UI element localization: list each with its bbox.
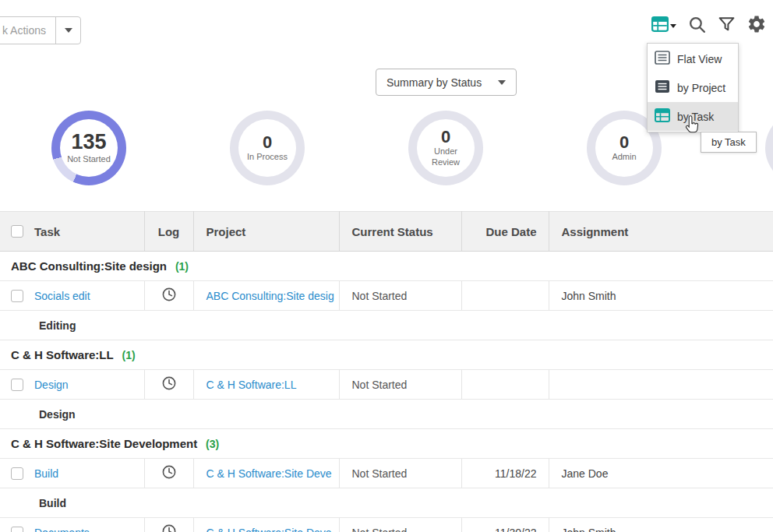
donut-label: Under Review (422, 146, 470, 168)
tasks-table: Task Log Project Current Status Due Date… (0, 211, 773, 532)
menu-item-label: Flat View (677, 53, 722, 65)
donut-label: Not Started (67, 154, 111, 165)
menu-item-flat-view[interactable]: Flat View (648, 44, 738, 73)
filter-funnel-icon (718, 16, 736, 37)
status-donut-in-process: 0 In Process (230, 111, 305, 185)
filter-button[interactable] (718, 16, 736, 37)
flat-view-icon (655, 51, 670, 67)
group-title: C & H Software:LL (11, 348, 114, 361)
project-link[interactable]: C & H Software:Site Deve (206, 467, 332, 480)
donut-value: 0 (619, 133, 629, 151)
task-row: Socials edit ABC Consulting:Site desig N… (0, 281, 773, 311)
task-cell: Socials edit (0, 281, 144, 311)
column-header-current-status[interactable]: Current Status (339, 212, 461, 252)
donut-label: In Process (247, 152, 288, 163)
view-by-task-icon (651, 16, 669, 35)
group-cell: C & H Software:Site Development (3) (0, 429, 773, 459)
status-donut-under-review: 0 Under Review (408, 111, 483, 185)
row-checkbox[interactable] (11, 379, 23, 391)
task-row: Design C & H Software:LL Not Started (0, 370, 773, 400)
group-cell: C & H Software:LL (1) (0, 340, 773, 370)
column-header-project[interactable]: Project (193, 212, 339, 252)
menu-item-by-project[interactable]: by Project (648, 73, 738, 102)
project-cell: C & H Software:Site Deve (193, 459, 339, 488)
summary-by-status-select[interactable]: Summary by Status (376, 69, 517, 96)
column-header-assignment[interactable]: Assignment (549, 212, 773, 252)
log-time-clock-icon[interactable] (161, 375, 177, 391)
toolbar-icons (651, 15, 767, 37)
group-row: C & H Software:LL (1) (0, 340, 773, 370)
search-button[interactable] (687, 15, 707, 37)
log-cell (144, 459, 193, 488)
settings-button[interactable] (747, 14, 767, 37)
project-link[interactable]: C & H Software:Site Deve (206, 527, 332, 532)
group-count: (1) (175, 260, 189, 273)
column-header-log[interactable]: Log (144, 212, 193, 252)
assignment-text: Jane Doe (549, 459, 773, 488)
task-row: Documents C & H Software:Site Deve Not S… (0, 518, 773, 532)
project-link[interactable]: C & H Software:LL (206, 379, 297, 391)
project-cell: ABC Consulting:Site desig (193, 281, 339, 311)
bulk-actions-button[interactable]: k Actions (0, 16, 81, 44)
donut-value: 0 (441, 128, 450, 146)
row-checkbox[interactable] (11, 290, 23, 302)
settings-gear-icon (747, 14, 767, 37)
task-link[interactable]: Build (34, 467, 58, 480)
group-count: (3) (206, 438, 219, 450)
donut-value: 135 (71, 131, 106, 153)
donut-value: 0 (263, 133, 272, 151)
task-cell: Build (0, 459, 144, 488)
row-checkbox[interactable] (11, 527, 23, 532)
summary-select-label: Summary by Status (386, 76, 482, 89)
task-row: Build C & H Software:Site Deve Not Start… (0, 459, 773, 488)
bulk-actions-label: k Actions (0, 17, 55, 44)
by-project-icon (655, 79, 670, 96)
column-header-due-date[interactable]: Due Date (461, 212, 549, 252)
group-row: C & H Software:Site Development (3) (0, 429, 773, 459)
log-time-clock-icon[interactable] (161, 464, 177, 480)
log-time-clock-icon[interactable] (161, 523, 177, 532)
page: k Actions (0, 0, 773, 532)
tasklist-title: Editing (0, 311, 773, 340)
assignment-text: John Smith (549, 281, 773, 311)
tasklist-row: Editing (0, 311, 773, 340)
mouse-cursor-hand-icon (683, 115, 700, 139)
status-text: Not Started (339, 518, 461, 532)
group-title: C & H Software:Site Development (11, 437, 197, 450)
status-text: Not Started (339, 459, 461, 488)
due-date-text (461, 281, 549, 311)
tasklist-row: Design (0, 400, 773, 429)
due-date-text: 11/30/22 (461, 518, 549, 532)
tasklist-row: Build (0, 488, 773, 518)
table-header-row: Task Log Project Current Status Due Date… (0, 212, 773, 252)
search-icon (687, 15, 707, 37)
group-title: ABC Consulting:Site design (11, 259, 167, 273)
select-all-checkbox[interactable] (11, 225, 23, 238)
view-selector-button[interactable] (651, 16, 676, 35)
group-cell: ABC Consulting:Site design (1) (0, 252, 773, 281)
status-text: Not Started (339, 281, 461, 311)
column-header-task[interactable]: Task (0, 212, 144, 252)
column-header-task-label: Task (34, 225, 60, 238)
status-donut-not-started: 135 Not Started (51, 111, 126, 185)
project-link[interactable]: ABC Consulting:Site desig (206, 290, 334, 302)
task-cell: Design (0, 370, 144, 400)
project-cell: C & H Software:LL (193, 370, 339, 400)
log-cell (144, 518, 193, 532)
status-text: Not Started (339, 370, 461, 400)
tooltip: by Task (701, 132, 757, 153)
log-time-clock-icon[interactable] (161, 287, 177, 302)
status-donut-clipped (765, 111, 773, 185)
project-cell: C & H Software:Site Deve (193, 518, 339, 532)
chevron-down-icon (670, 24, 676, 28)
menu-item-label: by Project (677, 82, 725, 94)
log-cell (144, 370, 193, 400)
chevron-down-icon (65, 28, 72, 33)
due-date-text: 11/18/22 (461, 459, 549, 488)
row-checkbox[interactable] (11, 467, 23, 480)
bulk-actions-dropdown-toggle[interactable] (55, 17, 80, 44)
group-row: ABC Consulting:Site design (1) (0, 252, 773, 281)
task-link[interactable]: Design (34, 379, 69, 391)
task-link[interactable]: Socials edit (34, 290, 90, 302)
task-link[interactable]: Documents (34, 527, 90, 532)
